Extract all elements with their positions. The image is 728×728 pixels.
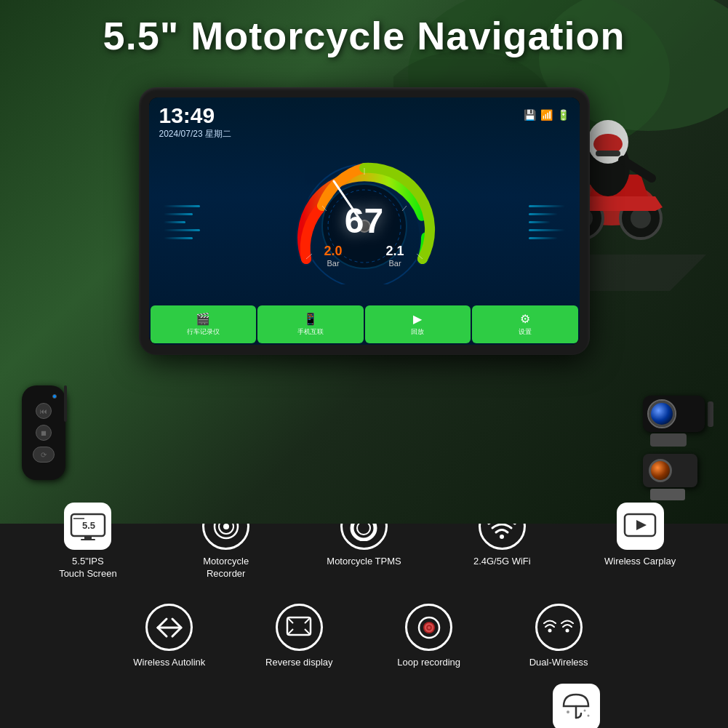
feature-reverse: Reverse display (237, 596, 361, 676)
reverse-feature-label: Reverse display (265, 657, 333, 669)
status-icons: 💾 📶 🔋 (524, 109, 569, 121)
dual-svg (543, 615, 575, 641)
screen-icon-box: 5.5 (64, 503, 111, 550)
carplay-svg (622, 510, 658, 543)
camera-mount-front (708, 401, 713, 427)
settings-label: 设置 (519, 327, 532, 337)
recorder-feature-label: MotorcycleRecorder (203, 556, 249, 580)
feature-ipx6: IPX6 Waterproof (515, 676, 638, 728)
camera-base-front (650, 433, 687, 447)
ipx6-svg (559, 690, 593, 724)
deco-line-r (529, 237, 558, 239)
recorder-icon: 🎬 (196, 312, 210, 326)
bar-readings: 2.0 Bar 2.1 Bar (149, 244, 580, 268)
deco-line (164, 205, 200, 207)
deco-line (164, 213, 193, 215)
recorder-label: 行车记录仪 (187, 327, 220, 337)
settings-icon: ⚙ (520, 312, 530, 326)
gauge-area: 67 2.0 Bar 2.1 Bar (149, 133, 580, 304)
svg-point-51 (584, 710, 586, 712)
remote-btn-3: ⟳ (33, 447, 55, 463)
left-bar-value: 2.0 (324, 244, 342, 259)
deco-line (164, 221, 185, 223)
cable (64, 385, 67, 422)
deco-line-r (529, 221, 551, 223)
camera-group (643, 396, 713, 487)
screen-menu-bar: 🎬 行车记录仪 📱 手机互联 ▶ 回放 (149, 304, 580, 345)
sd-icon: 💾 (524, 109, 536, 121)
playback-label: 回放 (411, 327, 424, 337)
camera-base-rear (650, 489, 685, 500)
device-outer: 13:49 2024/07/23 星期二 💾 📶 🔋 (139, 87, 590, 355)
svg-marker-36 (636, 520, 647, 530)
right-bar-value: 2.1 (386, 244, 404, 259)
svg-point-7 (631, 208, 651, 228)
autolink-feature-label: Wireless Autolink (133, 657, 205, 669)
svg-rect-23 (84, 536, 92, 539)
lens-rear (649, 459, 672, 482)
left-bar: 2.0 Bar (324, 244, 342, 268)
menu-phone[interactable]: 📱 手机互联 (257, 305, 364, 343)
carplay-icon-box (617, 503, 664, 550)
wifi-feature-label: 2.4G/5G WiFi (473, 556, 531, 568)
svg-point-46 (423, 622, 435, 633)
deco-line-r (529, 229, 565, 231)
loop-feature-label: Loop recording (397, 657, 460, 669)
feature-dual-wireless: Dual-Wireless (497, 596, 620, 676)
features-section: 5.5 5.5"IPSTouch Screen (0, 524, 728, 728)
device-display: 13:49 2024/07/23 星期二 💾 📶 🔋 (139, 87, 590, 355)
menu-playback[interactable]: ▶ 回放 (365, 305, 471, 343)
dual-wireless-feature-label: Dual-Wireless (529, 657, 588, 669)
right-bar: 2.1 Bar (386, 244, 404, 268)
menu-recorder[interactable]: 🎬 行车记录仪 (151, 305, 257, 343)
svg-text:5.5: 5.5 (82, 520, 95, 531)
camera-body-rear (643, 454, 697, 487)
feature-autolink: Wireless Autolink (108, 596, 231, 676)
menu-settings[interactable]: ⚙ 设置 (472, 305, 578, 343)
carplay-feature-label: Wireless Carplay (604, 556, 676, 568)
reverse-icon-circle (276, 604, 323, 651)
rear-camera (643, 454, 713, 487)
remote-btn-1: ⏮ (36, 403, 52, 419)
svg-rect-11 (596, 151, 620, 156)
product-page: 5.5" Motorcycle Navigation 13:49 2024/07… (0, 0, 728, 728)
loop-icon-circle (405, 604, 452, 651)
deco-line (164, 229, 200, 231)
loop-svg (413, 613, 445, 642)
svg-point-48 (566, 628, 569, 632)
remote-btn-2: ⏹ (36, 425, 52, 441)
deco-line-r (529, 205, 565, 207)
remote-body: ⏮ ⏹ ⟳ (22, 385, 65, 480)
speed-value: 67 (345, 201, 383, 241)
top-section: 5.5" Motorcycle Navigation 13:49 2024/07… (0, 0, 728, 524)
right-bar-unit: Bar (386, 259, 404, 268)
front-camera (643, 396, 713, 432)
ipx6-icon-box (553, 684, 600, 728)
phone-icon: 📱 (303, 312, 318, 326)
dual-wireless-icon-circle (535, 604, 583, 651)
svg-point-29 (223, 524, 229, 529)
autolink-icon-circle (145, 604, 193, 651)
lens-ring (647, 399, 676, 428)
battery-icon: 🔋 (557, 109, 569, 121)
screen-background: 13:49 2024/07/23 星期二 💾 📶 🔋 (149, 97, 580, 345)
time-display: 13:49 (159, 105, 231, 127)
page-title: 5.5" Motorcycle Navigation (0, 13, 728, 58)
phone-label: 手机互联 (297, 327, 324, 337)
playback-icon: ▶ (413, 312, 422, 326)
screen-feature-label: 5.5"IPSTouch Screen (59, 556, 117, 580)
autolink-svg (153, 615, 185, 641)
svg-point-47 (548, 628, 552, 632)
remote-control: ⏮ ⏹ ⟳ (22, 385, 65, 480)
wifi-status-icon: 📶 (540, 109, 553, 121)
left-bar-unit: Bar (324, 259, 342, 268)
tpms-feature-label: Motorcycle TPMS (327, 556, 401, 568)
svg-rect-24 (81, 539, 95, 540)
feature-loop: Loop recording (367, 596, 491, 676)
deco-line (164, 237, 193, 239)
svg-point-34 (500, 535, 504, 539)
reverse-svg (283, 613, 315, 642)
deco-line-r (529, 213, 558, 215)
svg-point-50 (567, 711, 569, 713)
device-screen: 13:49 2024/07/23 星期二 💾 📶 🔋 (149, 97, 580, 345)
